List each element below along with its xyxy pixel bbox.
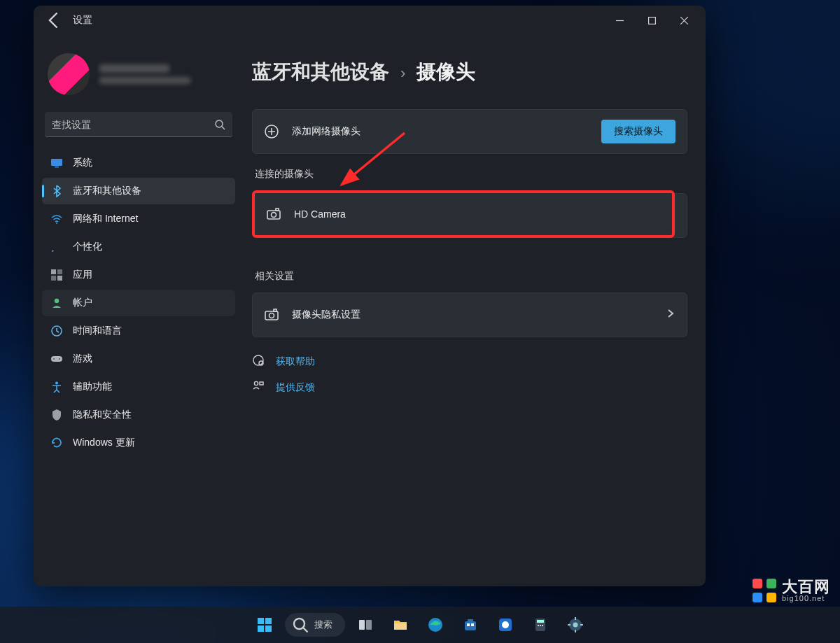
breadcrumb-current: 摄像头 bbox=[416, 59, 475, 85]
svg-rect-3 bbox=[55, 167, 59, 168]
plus-circle-icon bbox=[264, 124, 279, 139]
sidebar-item-label: 时间和语言 bbox=[73, 325, 122, 337]
settings-button[interactable] bbox=[561, 610, 590, 640]
shield-icon bbox=[50, 409, 63, 421]
hd-camera-row[interactable]: HD Camera bbox=[255, 193, 672, 235]
svg-point-41 bbox=[502, 621, 509, 628]
app-button-1[interactable] bbox=[491, 610, 520, 640]
sidebar-item-windows-update[interactable]: Windows 更新 bbox=[42, 430, 235, 456]
sidebar-item-label: 蓝牙和其他设备 bbox=[73, 185, 141, 197]
svg-point-17 bbox=[272, 213, 276, 218]
sidebar-item-label: 系统 bbox=[73, 157, 92, 169]
svg-rect-38 bbox=[467, 623, 470, 626]
sidebar-item-accounts[interactable]: 帐户 bbox=[42, 290, 235, 316]
maximize-button[interactable] bbox=[636, 9, 668, 31]
svg-point-45 bbox=[540, 625, 541, 626]
svg-rect-6 bbox=[57, 269, 62, 274]
help-links: 获取帮助 提供反馈 bbox=[252, 354, 687, 395]
file-explorer-button[interactable] bbox=[386, 610, 415, 640]
task-view-icon bbox=[357, 616, 374, 633]
apps-icon bbox=[50, 269, 63, 281]
titlebar: 设置 bbox=[34, 6, 706, 35]
sidebar-item-system[interactable]: 系统 bbox=[42, 150, 235, 176]
sidebar-item-label: 游戏 bbox=[73, 353, 92, 365]
breadcrumb-parent[interactable]: 蓝牙和其他设备 bbox=[252, 59, 389, 85]
edge-button[interactable] bbox=[421, 610, 450, 640]
sidebar-item-label: Windows 更新 bbox=[73, 437, 135, 449]
watermark: 大百网 big100.net bbox=[752, 579, 830, 602]
profile-name-redacted bbox=[99, 64, 169, 73]
gear-icon bbox=[567, 616, 584, 633]
svg-rect-18 bbox=[276, 209, 279, 211]
close-button[interactable] bbox=[668, 9, 700, 31]
window-controls bbox=[603, 9, 700, 31]
get-help-link[interactable]: 获取帮助 bbox=[252, 354, 687, 369]
chevron-right-icon: › bbox=[400, 64, 405, 83]
sidebar-item-personalization[interactable]: 个性化 bbox=[42, 234, 235, 260]
feedback-icon bbox=[252, 380, 265, 395]
svg-rect-5 bbox=[51, 269, 56, 274]
svg-rect-37 bbox=[468, 619, 473, 622]
camera-icon bbox=[266, 206, 281, 222]
folder-icon bbox=[392, 616, 409, 633]
arrow-left-icon bbox=[45, 10, 64, 30]
svg-rect-34 bbox=[394, 623, 407, 630]
svg-rect-2 bbox=[51, 159, 62, 166]
svg-point-31 bbox=[294, 619, 304, 629]
svg-point-44 bbox=[538, 625, 539, 626]
search-camera-button[interactable]: 搜索摄像头 bbox=[601, 120, 676, 143]
annotation-highlight-box: HD Camera bbox=[252, 190, 675, 238]
svg-point-13 bbox=[59, 358, 60, 360]
search-input-container[interactable] bbox=[45, 112, 232, 137]
sidebar-item-privacy[interactable]: 隐私和安全性 bbox=[42, 402, 235, 428]
add-network-camera-label: 添加网络摄像头 bbox=[292, 125, 360, 138]
bluetooth-icon bbox=[50, 185, 63, 197]
hd-camera-label: HD Camera bbox=[294, 209, 346, 220]
start-button[interactable] bbox=[250, 610, 279, 640]
minimize-button[interactable] bbox=[603, 9, 636, 31]
camera-privacy-label: 摄像头隐私设置 bbox=[292, 309, 360, 321]
taskbar-search-label: 搜索 bbox=[314, 619, 332, 631]
section-related-settings: 相关设置 bbox=[255, 270, 687, 283]
taskbar-search[interactable]: 搜索 bbox=[285, 613, 345, 637]
paintbrush-icon bbox=[50, 241, 63, 253]
get-help-label: 获取帮助 bbox=[276, 355, 315, 368]
svg-point-48 bbox=[573, 623, 578, 628]
svg-rect-39 bbox=[471, 623, 474, 626]
section-connected-cameras: 连接的摄像头 bbox=[255, 168, 687, 181]
svg-rect-33 bbox=[366, 620, 372, 630]
sidebar-item-label: 网络和 Internet bbox=[73, 213, 138, 225]
give-feedback-link[interactable]: 提供反馈 bbox=[252, 380, 687, 395]
settings-window: 设置 系统 bbox=[34, 6, 706, 586]
search-input[interactable] bbox=[52, 119, 214, 130]
search-icon bbox=[292, 616, 309, 633]
svg-point-9 bbox=[55, 299, 59, 303]
sidebar-item-apps[interactable]: 应用 bbox=[42, 262, 235, 288]
add-network-camera-row[interactable]: 添加网络摄像头 搜索摄像头 bbox=[252, 109, 687, 154]
sidebar-item-accessibility[interactable]: 辅助功能 bbox=[42, 374, 235, 400]
clock-icon bbox=[50, 325, 63, 337]
sidebar-item-label: 辅助功能 bbox=[73, 381, 112, 393]
sidebar-item-gaming[interactable]: 游戏 bbox=[42, 346, 235, 372]
give-feedback-label: 提供反馈 bbox=[276, 381, 315, 394]
sidebar-item-time-language[interactable]: 时间和语言 bbox=[42, 318, 235, 344]
sidebar-item-network[interactable]: 网络和 Internet bbox=[42, 206, 235, 232]
svg-rect-7 bbox=[51, 276, 56, 281]
svg-rect-43 bbox=[537, 620, 544, 623]
search-icon bbox=[214, 119, 225, 130]
profile-block[interactable] bbox=[42, 43, 235, 112]
calculator-icon bbox=[532, 616, 549, 633]
accessibility-icon bbox=[50, 381, 63, 393]
profile-text bbox=[99, 64, 190, 84]
svg-rect-27 bbox=[258, 618, 264, 624]
person-icon bbox=[50, 297, 63, 309]
task-view-button[interactable] bbox=[351, 610, 380, 640]
sidebar-item-label: 应用 bbox=[73, 269, 92, 281]
calculator-button[interactable] bbox=[526, 610, 555, 640]
camera-privacy-row[interactable]: 摄像头隐私设置 bbox=[252, 292, 687, 337]
sidebar-item-bluetooth[interactable]: 蓝牙和其他设备 bbox=[42, 178, 235, 204]
svg-point-14 bbox=[55, 382, 58, 385]
wifi-icon bbox=[50, 213, 63, 225]
store-button[interactable] bbox=[456, 610, 485, 640]
back-button[interactable] bbox=[45, 10, 64, 30]
